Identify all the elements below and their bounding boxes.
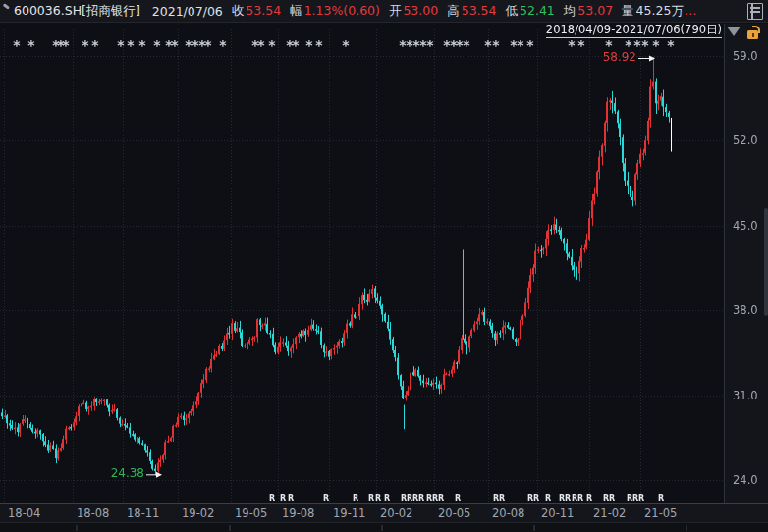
y-axis-label: 31.0	[733, 389, 758, 402]
field-close-value: 53.54	[246, 3, 281, 18]
quote-fields: 收53.54幅1.13%(0.60)开53.00高53.54低52.41均53.…	[223, 3, 696, 20]
x-axis-label: 19-05	[235, 506, 267, 520]
x-axis-label: 18-11	[127, 506, 159, 520]
x-axis-label: 20-11	[541, 506, 574, 520]
field-low-value: 52.41	[520, 3, 555, 18]
field-volume: 量45.25万…	[622, 3, 695, 20]
field-high-value: 53.54	[462, 3, 497, 18]
field-volume-value: 45.25万	[636, 3, 684, 18]
field-low: 低52.41	[506, 3, 555, 20]
bottom-splitter-band[interactable]	[0, 522, 768, 532]
high-price-callout: 58.92	[603, 50, 636, 64]
field-open: 开53.00	[389, 3, 438, 20]
field-high-label: 高	[447, 3, 460, 18]
field-change: 幅1.13%(0.60)	[290, 3, 380, 20]
quote-header-bar: 600036.SH[招商银行] 2021/07/06 收53.54幅1.13%(…	[0, 0, 768, 23]
range-dropdown-arrow-icon[interactable]	[727, 27, 741, 36]
symbol-name[interactable]: 600036.SH[招商银行]	[14, 3, 140, 20]
field-open-value: 53.00	[403, 3, 438, 18]
y-axis-label: 59.0	[733, 49, 758, 63]
price-axis-gutter	[725, 24, 768, 503]
field-volume-label: 量	[622, 3, 634, 18]
x-axis-label: 21-02	[593, 506, 626, 520]
corner-mark-icon	[1, 3, 11, 15]
candlestick-chart-canvas[interactable]	[0, 0, 768, 532]
x-axis-label: 19-08	[282, 506, 314, 520]
field-close-label: 收	[232, 3, 245, 18]
list-panel-icon[interactable]	[747, 3, 763, 20]
x-axis-label: 19-11	[333, 506, 365, 520]
y-axis-label: 24.0	[733, 473, 758, 487]
quote-date: 2021/07/06	[152, 4, 223, 19]
volume-more-ellipsis[interactable]: …	[685, 3, 696, 18]
y-axis-label: 38.0	[733, 303, 758, 317]
field-close: 收53.54	[232, 3, 281, 20]
y-axis-label: 45.0	[733, 219, 758, 233]
field-avg: 均53.07	[564, 3, 613, 20]
y-axis-label: 52.0	[733, 133, 758, 147]
field-avg-label: 均	[564, 3, 576, 18]
low-price-callout: 24.38	[111, 466, 144, 480]
stock-chart-window: 600036.SH[招商银行] 2021/07/06 收53.54幅1.13%(…	[0, 0, 768, 532]
x-axis-label: 20-08	[492, 506, 524, 520]
x-axis-label: 18-04	[8, 506, 40, 520]
field-change-value: 1.13%(0.60)	[304, 3, 380, 18]
field-high: 高53.54	[447, 3, 496, 20]
unlock-icon[interactable]	[746, 26, 759, 39]
date-range-selector[interactable]: 2018/04/09-2021/07/06(790日)	[546, 23, 722, 37]
x-axis-label: 20-02	[380, 506, 412, 520]
field-open-label: 开	[389, 3, 402, 18]
vertical-scrollbar[interactable]	[764, 208, 768, 316]
date-range-text[interactable]: 2018/04/09-2021/07/06(790日)	[546, 23, 722, 38]
x-axis-label: 20-05	[438, 506, 470, 520]
field-change-label: 幅	[290, 3, 302, 18]
x-axis-label: 18-08	[77, 506, 109, 520]
x-axis-label: 19-02	[182, 506, 214, 520]
x-axis-label: 21-05	[644, 506, 677, 520]
field-low-label: 低	[506, 3, 519, 18]
field-avg-value: 53.07	[577, 3, 613, 18]
